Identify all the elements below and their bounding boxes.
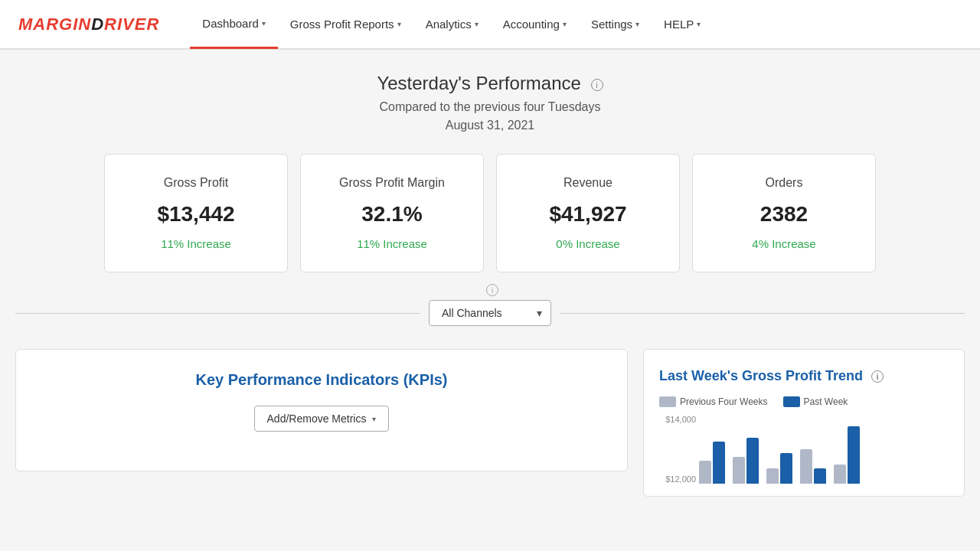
channel-filter-select[interactable]: All ChannelsOnlineIn-StoreWholesale (429, 300, 551, 326)
bar-group-0 (699, 442, 725, 484)
metric-label: Gross Profit (123, 176, 269, 190)
bar-curr-0 (713, 442, 725, 484)
logo: MARGINDRIVER (18, 15, 159, 34)
chart-area: $14,000$12,000 (659, 415, 949, 484)
metric-label: Orders (711, 176, 857, 190)
chevron-down-icon: ▾ (563, 20, 567, 28)
bar-curr-2 (780, 453, 792, 484)
bar-prev-4 (834, 465, 846, 484)
legend-label-prev: Previous Four Weeks (680, 396, 768, 407)
metric-card-revenue: Revenue $41,927 0% Increase (496, 154, 680, 272)
legend-color-prev (659, 396, 676, 407)
bar-curr-1 (746, 438, 759, 484)
kpi-panel: Key Performance Indicators (KPIs) Add/Re… (15, 349, 628, 471)
logo-margin: MARGIN (18, 15, 91, 34)
legend-item-curr: Past Week (783, 396, 848, 407)
logo-driver: RIVER (104, 15, 159, 34)
metric-label: Gross Profit Margin (319, 176, 465, 190)
add-remove-metrics-button[interactable]: Add/Remove Metrics ▾ (254, 406, 390, 432)
chart-info-icon[interactable]: i (871, 370, 884, 383)
page-title: Yesterday's Performance i (15, 73, 965, 94)
filter-row: i All ChannelsOnlineIn-StoreWholesale (15, 300, 965, 326)
page-header: Yesterday's Performance i Compared to th… (15, 73, 965, 132)
chart-title: Last Week's Gross Profit Trend i (659, 368, 949, 384)
filter-select-wrap: All ChannelsOnlineIn-StoreWholesale (429, 300, 551, 326)
filter-info-icon[interactable]: i (482, 283, 498, 296)
metric-change: 0% Increase (515, 237, 661, 250)
chevron-down-icon: ▾ (475, 20, 479, 28)
filter-line-left (15, 313, 420, 314)
bar-prev-0 (699, 461, 711, 484)
main-content: Yesterday's Performance i Compared to th… (0, 50, 980, 512)
y-axis-label: $14,000 (659, 415, 696, 424)
metric-value: $41,927 (515, 202, 661, 227)
y-axis: $14,000$12,000 (659, 415, 696, 484)
chevron-down-icon: ▾ (372, 415, 376, 423)
nav-item-settings[interactable]: Settings▾ (579, 0, 652, 49)
bar-group-4 (834, 426, 860, 484)
add-metrics-button-wrapper: Add/Remove Metrics ▾ (245, 406, 398, 432)
performance-info-icon[interactable]: i (591, 79, 603, 91)
metric-label: Revenue (515, 176, 661, 190)
bar-group-3 (800, 449, 826, 484)
bar-curr-4 (848, 426, 860, 484)
bar-prev-3 (800, 449, 812, 484)
filter-line-right (560, 313, 965, 314)
legend-item-prev: Previous Four Weeks (659, 396, 768, 407)
header: MARGINDRIVER Dashboard▾ Gross Profit Rep… (0, 0, 980, 50)
metrics-row: Gross Profit $13,442 11% Increase Gross … (15, 154, 965, 272)
chart-legend: Previous Four WeeksPast Week (659, 396, 949, 407)
bar-group-2 (766, 453, 792, 484)
nav-item-dashboard[interactable]: Dashboard▾ (190, 0, 277, 49)
y-axis-label: $12,000 (659, 474, 696, 484)
page-subtitle: Compared to the previous four Tuesdays (15, 100, 965, 114)
bar-prev-2 (766, 468, 779, 484)
metric-value: $13,442 (123, 202, 269, 227)
metric-card-gross-profit: Gross Profit $13,442 11% Increase (104, 154, 288, 272)
metric-change: 11% Increase (123, 237, 269, 250)
metric-card-orders: Orders 2382 4% Increase (692, 154, 876, 272)
chevron-down-icon: ▾ (697, 20, 701, 28)
metric-card-gross-profit-margin: Gross Profit Margin 32.1% 11% Increase (300, 154, 484, 272)
legend-label-curr: Past Week (804, 396, 848, 407)
nav-item-analytics[interactable]: Analytics▾ (413, 0, 491, 49)
legend-color-curr (783, 396, 800, 407)
channel-filter-container: All ChannelsOnlineIn-StoreWholesale (429, 300, 551, 326)
chevron-down-icon: ▾ (635, 20, 639, 28)
metric-change: 11% Increase (319, 237, 465, 250)
metric-value: 32.1% (319, 202, 465, 227)
kpi-title: Key Performance Indicators (KPIs) (34, 371, 609, 389)
nav-item-help[interactable]: HELP▾ (652, 0, 713, 49)
bar-group-1 (733, 438, 759, 484)
chart-panel: Last Week's Gross Profit Trend i Previou… (643, 349, 965, 497)
metric-value: 2382 (711, 202, 857, 227)
metric-change: 4% Increase (711, 237, 857, 250)
bar-curr-3 (814, 468, 826, 484)
page-date: August 31, 2021 (15, 119, 965, 132)
main-nav: Dashboard▾ Gross Profit Reports▾ Analyti… (190, 0, 962, 49)
nav-item-accounting[interactable]: Accounting▾ (491, 0, 579, 49)
chevron-down-icon: ▾ (262, 19, 266, 28)
bottom-panels: Key Performance Indicators (KPIs) Add/Re… (15, 349, 965, 497)
logo-in: D (91, 15, 104, 34)
bar-prev-1 (733, 457, 745, 484)
chevron-down-icon: ▾ (397, 20, 401, 28)
nav-item-gross-profit-reports[interactable]: Gross Profit Reports▾ (278, 0, 413, 49)
